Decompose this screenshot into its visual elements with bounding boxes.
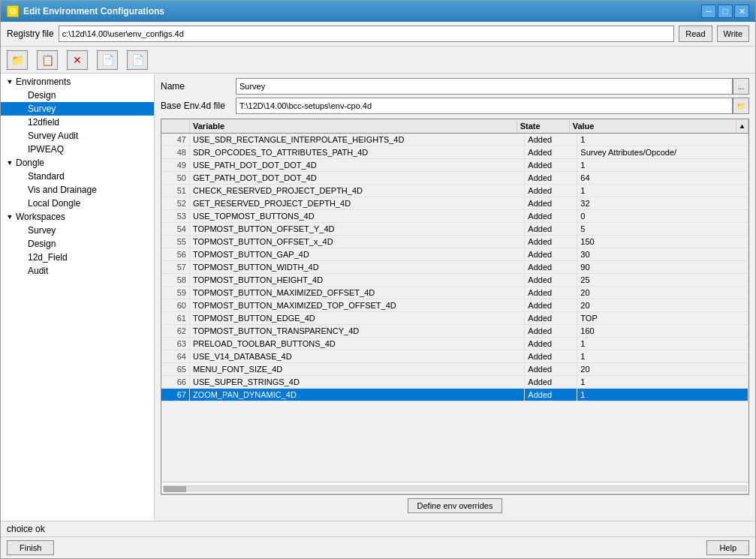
cell-num: 51 [161, 185, 190, 197]
cell-num: 47 [161, 134, 190, 146]
table-row[interactable]: 52 GET_RESERVED_PROJECT_DEPTH_4D Added 3… [161, 197, 748, 210]
bottom-bar: Define env overrides [161, 494, 749, 516]
tree-item-survey-audit[interactable]: Survey Audit [1, 129, 154, 143]
tree-item-ws-audit[interactable]: Audit [1, 264, 154, 278]
cell-state: Added [525, 134, 577, 146]
cell-value: 0 [577, 210, 748, 222]
registry-bar: Registry file Read Write [1, 22, 755, 47]
variables-table: Variable State Value ▲ 47 USE_SDR_RECTAN… [161, 119, 749, 494]
cell-variable: TOPMOST_BUTTON_OFFSET_Y_4D [190, 223, 525, 235]
table-row[interactable]: 65 MENU_FONT_SIZE_4D Added 20 [161, 363, 748, 376]
table-row[interactable]: 53 USE_TOPMOST_BUTTONS_4D Added 0 [161, 210, 748, 223]
minimize-button[interactable]: ─ [701, 5, 716, 18]
table-row[interactable]: 49 USE_PATH_DOT_DOT_DOT_4D Added 1 [161, 159, 748, 172]
tree-item-vis-drainage[interactable]: Vis and Drainage [1, 183, 154, 197]
expand-environments-icon[interactable]: ▼ [4, 76, 16, 88]
col-num [161, 119, 190, 133]
cell-num: 56 [161, 248, 190, 260]
expand-workspaces-icon[interactable]: ▼ [4, 211, 16, 223]
cell-state: Added [525, 338, 577, 350]
tree-item-ws-design[interactable]: Design [1, 237, 154, 251]
cell-value: 20 [577, 299, 748, 311]
cell-variable: USE_SDR_RECTANGLE_INTERPOLATE_HEIGHTS_4D [190, 134, 525, 146]
table-row[interactable]: 54 TOPMOST_BUTTON_OFFSET_Y_4D Added 5 [161, 223, 748, 236]
copy-button[interactable]: 📋 [37, 50, 58, 70]
maximize-button[interactable]: □ [718, 5, 733, 18]
col-variable[interactable]: Variable [190, 119, 517, 133]
cell-num: 59 [161, 287, 190, 299]
registry-input[interactable] [59, 26, 675, 42]
cell-state: Added [525, 299, 577, 311]
table-row[interactable]: 67 ZOOM_PAN_DYNAMIC_4D Added 1 [161, 389, 748, 401]
delete-button[interactable]: ✕ [67, 50, 88, 70]
expand-local-dongle-icon [16, 197, 28, 209]
name-input[interactable] [236, 78, 733, 95]
expand-standard-icon [16, 170, 28, 182]
help-button[interactable]: Help [706, 540, 749, 555]
cell-value: 32 [577, 197, 748, 209]
cell-value: 160 [577, 325, 748, 337]
col-value[interactable]: Value [570, 119, 736, 133]
table-row[interactable]: 50 GET_PATH_DOT_DOT_DOT_4D Added 64 [161, 172, 748, 185]
table-row[interactable]: 59 TOPMOST_BUTTON_MAXIMIZED_OFFSET_4D Ad… [161, 287, 748, 299]
table-row[interactable]: 64 USE_V14_DATABASE_4D Added 1 [161, 350, 748, 363]
table-row[interactable]: 60 TOPMOST_BUTTON_MAXIMIZED_TOP_OFFSET_4… [161, 299, 748, 312]
right-panel: Name ... Base Env.4d file 📁 Variable Sta… [155, 74, 755, 521]
table-row[interactable]: 62 TOPMOST_BUTTON_TRANSPARENCY_4D Added … [161, 325, 748, 338]
tree-item-survey[interactable]: Survey [1, 102, 154, 116]
table-row[interactable]: 56 TOPMOST_BUTTON_GAP_4D Added 30 [161, 248, 748, 261]
cell-value: 150 [577, 236, 748, 248]
tree-item-design[interactable]: Design [1, 89, 154, 102]
tree-item-dongle[interactable]: ▼ Dongle [1, 156, 154, 170]
finish-button[interactable]: Finish [7, 540, 54, 555]
table-row[interactable]: 47 USE_SDR_RECTANGLE_INTERPOLATE_HEIGHTS… [161, 134, 748, 146]
expand-ipweaq-icon [16, 143, 28, 155]
horizontal-scrollbar[interactable] [161, 482, 748, 494]
cell-num: 58 [161, 274, 190, 286]
base-env-browse-button[interactable]: 📁 [733, 98, 749, 114]
cell-variable: TOPMOST_BUTTON_TRANSPARENCY_4D [190, 325, 525, 337]
tree-item-local-dongle[interactable]: Local Dongle [1, 197, 154, 210]
cell-state: Added [525, 223, 577, 235]
sort-icon[interactable]: ▲ [736, 119, 748, 133]
tree-item-ipweaq[interactable]: IPWEAQ [1, 143, 154, 156]
table-row[interactable]: 55 TOPMOST_BUTTON_OFFSET_x_4D Added 150 [161, 236, 748, 248]
cell-state: Added [525, 389, 577, 401]
cell-variable: ZOOM_PAN_DYNAMIC_4D [190, 389, 525, 401]
tree-item-ws-survey[interactable]: Survey [1, 224, 154, 237]
tree-item-standard[interactable]: Standard [1, 170, 154, 183]
open-button[interactable]: 📁 [7, 50, 28, 70]
define-env-overrides-button[interactable]: Define env overrides [408, 498, 503, 513]
cell-value: 1 [577, 134, 748, 146]
table-row[interactable]: 48 SDR_OPCODES_TO_ATTRIBUTES_PATH_4D Add… [161, 146, 748, 159]
table-row[interactable]: 61 TOPMOST_BUTTON_EDGE_4D Added TOP [161, 312, 748, 325]
expand-dongle-icon[interactable]: ▼ [4, 157, 16, 169]
base-env-input[interactable] [236, 98, 733, 114]
table-row[interactable]: 63 PRELOAD_TOOLBAR_BUTTONS_4D Added 1 [161, 338, 748, 350]
cell-num: 54 [161, 223, 190, 235]
table-row[interactable]: 66 USE_SUPER_STRINGS_4D Added 1 [161, 376, 748, 389]
tree-item-12dfield[interactable]: 12dfield [1, 116, 154, 129]
tree-item-workspaces[interactable]: ▼ Workspaces [1, 210, 154, 224]
export-button[interactable]: 📄 [97, 50, 118, 70]
expand-ws-survey-icon [16, 224, 28, 236]
main-window: ⚙ Edit Environment Configurations ─ □ ✕ … [0, 0, 756, 559]
table-row[interactable]: 51 CHECK_RESERVED_PROJECT_DEPTH_4D Added… [161, 185, 748, 197]
table-row[interactable]: 58 TOPMOST_BUTTON_HEIGHT_4D Added 25 [161, 274, 748, 287]
window-title: Edit Environment Configurations [23, 6, 164, 17]
tree-item-ws-12dfield[interactable]: 12d_Field [1, 251, 154, 264]
import-button[interactable]: 📄 [127, 50, 148, 70]
read-button[interactable]: Read [679, 26, 712, 42]
cell-state: Added [525, 261, 577, 273]
close-button[interactable]: ✕ [734, 5, 749, 18]
table-row[interactable]: 57 TOPMOST_BUTTON_WIDTH_4D Added 90 [161, 261, 748, 274]
cell-value: 30 [577, 248, 748, 260]
cell-num: 53 [161, 210, 190, 222]
expand-survey-audit-icon [16, 130, 28, 142]
col-state[interactable]: State [517, 119, 570, 133]
write-button[interactable]: Write [717, 26, 749, 42]
table-header: Variable State Value ▲ [161, 119, 748, 134]
cell-state: Added [525, 146, 577, 158]
tree-item-environments[interactable]: ▼ Environments [1, 75, 154, 89]
name-browse-button[interactable]: ... [733, 78, 749, 95]
